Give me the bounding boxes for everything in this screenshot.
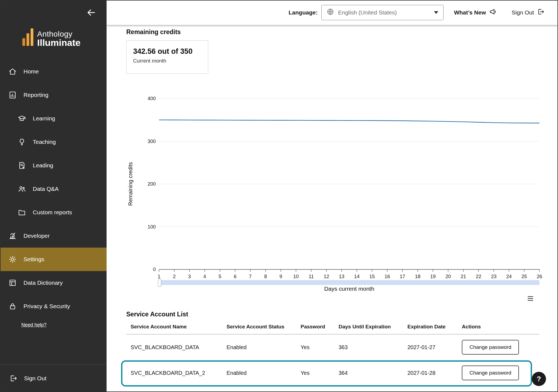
sidebar-item-data-qa[interactable]: Data Q&A — [0, 177, 107, 201]
whats-new-label: What’s New — [454, 9, 486, 16]
column-header: Actions — [462, 324, 539, 330]
sign-out-icon — [9, 374, 18, 382]
svg-text:4: 4 — [203, 274, 206, 279]
chevron-down-icon — [434, 11, 438, 14]
service-account-password: Yes — [301, 370, 339, 376]
days-until-expiration: 364 — [339, 370, 407, 376]
sidebar-item-label: Teaching — [33, 139, 56, 145]
sidebar-item-label: Home — [24, 68, 39, 75]
credits-value: 342.56 out of 350 — [133, 47, 201, 56]
service-account-table: Service Account Name Service Account Sta… — [126, 324, 539, 386]
credits-summary-card: 342.56 out of 350 Current month — [126, 40, 208, 74]
sidebar-item-reporting[interactable]: Reporting — [0, 83, 107, 107]
svg-text:3: 3 — [188, 274, 191, 279]
svg-text:18: 18 — [415, 274, 421, 279]
svg-text:21: 21 — [461, 274, 466, 279]
arrow-left-icon — [86, 14, 96, 18]
svg-text:300: 300 — [148, 139, 156, 144]
svg-text:23: 23 — [491, 274, 497, 279]
service-account-status: Enabled — [227, 344, 301, 351]
remaining-credits-heading: Remaining credits — [126, 28, 181, 36]
sidebar-item-custom-reports[interactable]: Custom reports — [0, 201, 107, 224]
column-header: Service Account Status — [227, 324, 301, 330]
days-until-expiration: 363 — [339, 344, 407, 351]
svg-text:200: 200 — [148, 181, 156, 187]
svg-text:0: 0 — [153, 267, 156, 272]
sidebar-item-settings[interactable]: Settings — [0, 248, 107, 271]
sidebar-item-label: Custom reports — [33, 209, 72, 216]
sidebar-nav: Home Reporting Learning Teaching Leading — [0, 60, 107, 318]
sidebar-item-privacy-security[interactable]: Privacy & Security — [0, 295, 107, 318]
language-label: Language: — [289, 9, 318, 16]
chart-x-axis-title: Days current month — [159, 286, 539, 292]
sidebar-sign-out-button[interactable]: Sign Out — [0, 364, 107, 392]
logo-text-line1: Anthology — [37, 30, 81, 38]
sidebar-collapse-button[interactable] — [85, 7, 97, 19]
people-icon — [17, 185, 26, 193]
remaining-credits-chart: 0100200300400 12345678910111213141516171… — [126, 91, 547, 282]
help-button[interactable]: ? — [532, 372, 546, 386]
svg-text:24: 24 — [506, 274, 512, 279]
sidebar-item-leading[interactable]: Leading — [0, 154, 107, 177]
change-password-button[interactable]: Change password — [462, 340, 519, 355]
sidebar-item-teaching[interactable]: Teaching — [0, 130, 107, 154]
column-header: Password — [301, 324, 339, 330]
reporting-icon — [8, 91, 17, 99]
gear-icon — [8, 255, 17, 263]
language-select[interactable]: English (United States) — [321, 5, 444, 20]
sidebar-item-label: Reporting — [24, 92, 48, 98]
svg-text:1: 1 — [158, 274, 160, 279]
sidebar-item-label: Data Dictionary — [24, 280, 63, 286]
sign-out-label: Sign Out — [512, 9, 534, 16]
logo-mark-icon — [22, 28, 33, 47]
need-help-link[interactable]: Need help? — [21, 322, 46, 328]
document-star-icon — [17, 161, 26, 170]
expiration-date: 2027-01-27 — [407, 344, 462, 351]
credits-period: Current month — [133, 58, 201, 64]
whats-new-button[interactable]: What’s New — [454, 8, 497, 17]
sidebar: Anthology Illuminate Home Reporting Lear… — [0, 0, 107, 392]
sidebar-item-label: Data Q&A — [33, 186, 59, 192]
svg-text:7: 7 — [249, 274, 252, 279]
sidebar-item-label: Learning — [33, 115, 55, 122]
svg-text:26: 26 — [537, 274, 542, 279]
home-icon — [8, 67, 17, 76]
svg-text:17: 17 — [400, 274, 405, 279]
globe-icon — [327, 8, 334, 17]
chart-context-menu-button[interactable] — [526, 294, 535, 303]
expiration-date: 2027-01-28 — [407, 370, 462, 376]
svg-text:11: 11 — [309, 274, 314, 279]
folder-icon — [17, 208, 26, 216]
svg-text:2: 2 — [173, 274, 176, 279]
svg-text:10: 10 — [293, 274, 299, 279]
hamburger-icon — [528, 296, 533, 297]
sidebar-item-label: Settings — [24, 256, 44, 263]
language-select-value: English (United States) — [338, 9, 397, 16]
table-row: SVC_BLACKBOARD_DATA Enabled Yes 363 2027… — [126, 334, 539, 360]
bar-chart-icon — [8, 232, 17, 240]
lock-icon — [8, 302, 17, 310]
sidebar-sign-out-label: Sign Out — [24, 375, 46, 382]
svg-text:100: 100 — [148, 224, 156, 230]
table-header-row: Service Account Name Service Account Sta… — [126, 324, 539, 334]
column-header: Days Until Expiration — [339, 324, 407, 330]
service-account-list-heading: Service Account List — [126, 311, 188, 318]
chart-range-scrollbar[interactable] — [159, 280, 539, 285]
change-password-button[interactable]: Change password — [462, 366, 519, 380]
sidebar-item-developer[interactable]: Developer — [0, 224, 107, 248]
megaphone-icon — [489, 8, 497, 17]
svg-text:6: 6 — [234, 274, 236, 279]
sidebar-item-learning[interactable]: Learning — [0, 107, 107, 130]
svg-text:400: 400 — [148, 96, 156, 101]
svg-text:5: 5 — [219, 274, 221, 279]
svg-text:16: 16 — [384, 274, 390, 279]
lightbulb-icon — [17, 138, 26, 146]
svg-text:13: 13 — [339, 274, 344, 279]
svg-text:8: 8 — [264, 274, 267, 279]
sidebar-item-data-dictionary[interactable]: Data Dictionary — [0, 271, 107, 295]
sign-out-icon — [537, 8, 545, 17]
sidebar-item-label: Leading — [33, 162, 53, 169]
sidebar-item-home[interactable]: Home — [0, 60, 107, 83]
sign-out-button[interactable]: Sign Out — [512, 8, 545, 17]
column-header: Expiration Date — [407, 324, 462, 330]
